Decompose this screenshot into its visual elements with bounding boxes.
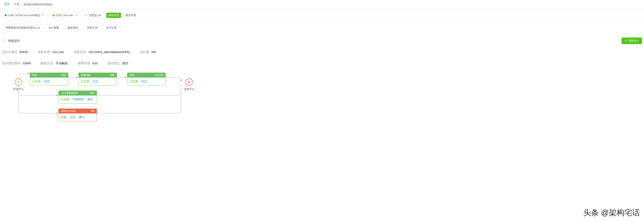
related-branch-value: 20210903_dateValidateNPEfix [88, 50, 130, 54]
refresh-icon[interactable] [2, 39, 5, 43]
context-tags: 任务: 32339 (sms-site测试) 应用: sms-site 包类型:… [0, 9, 644, 22]
env-test-tag[interactable]: 测试环境 [106, 13, 121, 18]
breadcrumb-sep: / [21, 3, 22, 6]
stop-icon [188, 81, 190, 83]
app-tag[interactable]: 应用: sms-site [50, 12, 80, 18]
play-icon [17, 81, 20, 84]
stage-java-incremental-coverage[interactable]: Java增量覆盖率25秒 已完成 扫描报告 更多 [58, 91, 97, 104]
deploy-env-value: b33 [92, 61, 98, 65]
breadcrumb-path: /project/pipelineDeploy [24, 3, 53, 6]
stage-title: 系统评分扫描 [61, 110, 76, 113]
start-node-label: 开始节点 [13, 87, 24, 91]
app-tag-label: 应用: sms-site [56, 13, 73, 17]
retry-link[interactable]: 重试 [79, 115, 84, 119]
task-tag-label: 任务: 32339 (sms-site测试) [8, 13, 40, 17]
run-status-value: 成功 [122, 61, 128, 65]
task-tag[interactable]: 任务: 32339 (sms-site测试) [2, 12, 48, 18]
scan-report-link[interactable]: 扫描报告 [72, 98, 84, 101]
end-node: 结束节点 [186, 78, 193, 86]
tab-run-history[interactable]: 运行记录 [103, 24, 120, 31]
breadcrumb: 首页 / 任务 / /project/pipelineDeploy [0, 0, 644, 9]
end-node-label: 结束节点 [184, 87, 194, 91]
section-title: 当前运行 [8, 39, 20, 43]
more-link[interactable]: 更多 [87, 98, 93, 101]
breadcrumb-sep: / [12, 3, 12, 6]
start-node: 开始节点 [15, 78, 22, 86]
stage-deploy[interactable]: 部署1分31秒 已完成 日志 [127, 73, 166, 86]
share-icon [74, 14, 78, 17]
rerun-button[interactable]: 重新运行 [622, 38, 642, 44]
pipeline-app-id-value: 23464 [22, 61, 31, 65]
stage-title: 镜像构建 [81, 74, 90, 77]
rerun-label: 重新运行 [628, 39, 639, 43]
run-info-row-2: 流水线应用Id:23464 触发方式:手动触发 部署环境:b33 运行状态:成功 [2, 61, 642, 65]
trigger-type-label: 触发方式: [41, 61, 54, 65]
run-info-row-1: 运行记录Id:99648 关联应用:sms-site 关联分支:20210903… [2, 50, 642, 54]
stage-time: 0秒 [91, 110, 95, 113]
record-id-label: 运行记录Id: [2, 50, 18, 54]
svg-marker-0 [28, 73, 30, 75]
pipeline-graph: 开始节点 结束节点 构建45秒 已完成 日志 镜像构建18秒 已完成 日志 部署… [10, 73, 642, 146]
env-pre-tag[interactable]: 预发环境 [124, 13, 138, 18]
stage-build[interactable]: 构建45秒 已完成 日志 [30, 73, 68, 86]
pipeline-tabs: 增量覆盖率&构建&部署(v1.2) 运行参数 触发规则 资源占用 运行记录 [0, 22, 644, 33]
dot-icon [85, 14, 87, 16]
stage-image-build[interactable]: 镜像构建18秒 已完成 日志 [78, 73, 117, 86]
pipeline-app-id-label: 流水线应用Id: [2, 61, 21, 65]
trigger-type-value: 手动触发 [56, 61, 68, 65]
svg-rect-6 [188, 81, 190, 83]
package-tag[interactable]: 包类型: jar [82, 12, 104, 18]
stage-system-score-scan[interactable]: 系统评分扫描0秒 失败 日志 重试 [58, 109, 97, 121]
stage-status: 已完成 [130, 80, 138, 83]
dot-icon [5, 14, 7, 16]
tab-trigger-rules[interactable]: 触发规则 [64, 24, 82, 31]
breadcrumb-tasks[interactable]: 任务 [14, 2, 20, 6]
stage-time: 18秒 [110, 74, 115, 77]
stage-title: 构建 [32, 74, 37, 77]
package-tag-label: 包类型: jar [89, 13, 102, 17]
arrow-left-icon [42, 14, 45, 17]
tab-run-params[interactable]: 运行参数 [45, 24, 62, 31]
stage-time: 25秒 [90, 92, 95, 95]
related-app-value: sms-site [52, 50, 64, 54]
stage-status: 失败 [61, 115, 66, 119]
related-branch-label: 关联分支: [74, 50, 87, 54]
stage-status: 已完成 [32, 80, 41, 83]
dot-icon [52, 14, 54, 16]
runner-value: lihk [152, 50, 156, 54]
svg-marker-2 [125, 77, 127, 78]
run-status-label: 运行状态: [107, 61, 120, 65]
breadcrumb-home[interactable]: 首页 [4, 2, 10, 6]
related-app-label: 关联应用: [38, 50, 51, 54]
svg-marker-4 [56, 95, 58, 96]
log-link[interactable]: 日志 [141, 80, 147, 83]
tab-resource-usage[interactable]: 资源占用 [84, 24, 101, 31]
reload-icon [624, 39, 627, 42]
stage-status: 已完成 [81, 80, 89, 83]
stage-status: 已完成 [61, 98, 69, 101]
svg-marker-1 [76, 77, 78, 78]
runner-label: 运行者: [140, 50, 150, 54]
stage-title: 部署 [130, 74, 134, 77]
stage-title: Java增量覆盖率 [61, 92, 78, 95]
tab-coverage-build-deploy[interactable]: 增量覆盖率&构建&部署(v1.2) [2, 24, 43, 31]
log-link[interactable]: 日志 [70, 115, 76, 119]
current-run-section: 当前运行 重新运行 运行记录Id:99648 关联应用:sms-site 关联分… [0, 33, 644, 150]
log-link[interactable]: 日志 [92, 80, 98, 83]
record-id-value: 99648 [20, 50, 28, 54]
stage-time: 1分31秒 [154, 74, 163, 77]
deploy-env-label: 部署环境: [78, 61, 91, 65]
log-link[interactable]: 日志 [44, 80, 50, 83]
svg-marker-3 [180, 80, 182, 82]
stage-time: 45秒 [61, 74, 66, 77]
svg-marker-5 [56, 112, 58, 114]
